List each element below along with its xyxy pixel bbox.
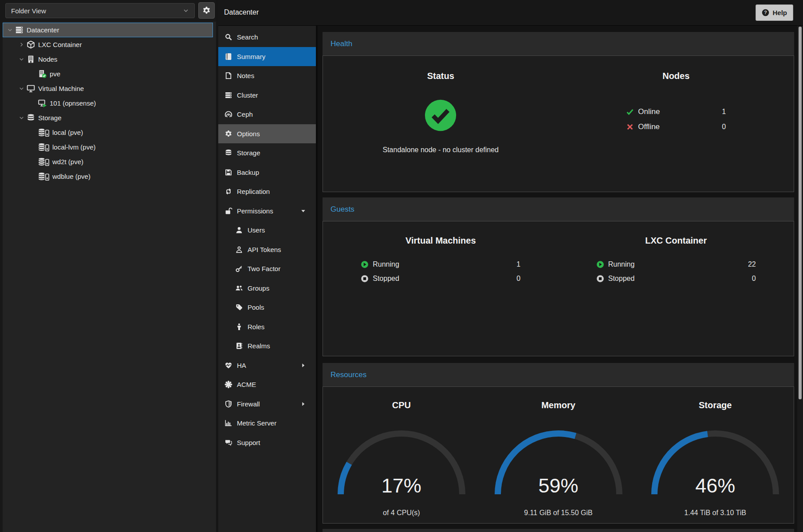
lxc-container-heading: LXC Container bbox=[645, 236, 707, 246]
nodes-heading: Nodes bbox=[662, 71, 689, 81]
users-icon bbox=[235, 284, 243, 292]
menu-item-two-factor[interactable]: Two Factor bbox=[218, 259, 316, 279]
lxc-running-value: 22 bbox=[748, 260, 756, 268]
tree-item-local-lvm-pve[interactable]: local-lvm (pve) bbox=[3, 140, 213, 154]
menu-item-pools[interactable]: Pools bbox=[218, 298, 316, 317]
menu-item-notes[interactable]: Notes bbox=[218, 66, 316, 86]
help-button-label: Help bbox=[772, 9, 787, 16]
nodes-offline-label: Offline bbox=[638, 122, 660, 131]
play-circle-icon bbox=[361, 260, 369, 268]
tree-item-virtual-machine[interactable]: Virtual Machine bbox=[3, 81, 213, 96]
menu-item-label: Backup bbox=[237, 169, 259, 176]
book-icon bbox=[224, 53, 232, 60]
vm-stopped-label: Stopped bbox=[373, 275, 399, 283]
virtual-machines-rows: Running 1 Stopped 0 bbox=[361, 257, 520, 286]
caret-spacer bbox=[29, 159, 36, 165]
resources-panel-header: Resources bbox=[323, 363, 794, 386]
cpu-gauge-caption: of 4 CPU(s) bbox=[383, 509, 420, 517]
database-icon bbox=[27, 114, 35, 122]
menu-item-users[interactable]: Users bbox=[218, 221, 316, 240]
menu-item-realms[interactable]: Realms bbox=[218, 336, 316, 356]
menu-item-api-tokens[interactable]: API Tokens bbox=[218, 240, 316, 260]
tree-item-local-pve[interactable]: local (pve) bbox=[3, 125, 213, 140]
menu-item-replication[interactable]: Replication bbox=[218, 182, 316, 201]
menu-item-search[interactable]: Search bbox=[218, 28, 316, 47]
vm-stopped-row: Stopped 0 bbox=[361, 272, 520, 286]
chevron-right-icon[interactable] bbox=[18, 42, 25, 47]
menu-item-firewall[interactable]: Firewall bbox=[218, 394, 316, 414]
guests-panel: Guests Virtual Machines Running 1 Stoppe… bbox=[323, 197, 794, 356]
health-panel-header: Health bbox=[323, 32, 794, 55]
help-button[interactable]: ? Help bbox=[756, 4, 793, 21]
guests-panel-header: Guests bbox=[323, 197, 794, 221]
cross-icon bbox=[626, 123, 634, 131]
proxmox-datacenter-summary: { "sidebar": { "view_select": { "value":… bbox=[0, 0, 803, 532]
memory-gauge-percent: 59% bbox=[492, 474, 625, 497]
storage-heading: Storage bbox=[699, 400, 732, 410]
menu-item-groups[interactable]: Groups bbox=[218, 279, 316, 298]
tree-item-nodes[interactable]: Nodes bbox=[3, 52, 213, 67]
comments-icon bbox=[224, 439, 232, 446]
tree-item-label: wd2t (pve) bbox=[52, 158, 83, 166]
virtual-machines-heading: Virtual Machines bbox=[405, 236, 476, 246]
chevron-down-icon[interactable] bbox=[6, 27, 13, 33]
next-panel-partial bbox=[323, 529, 794, 532]
menu-item-cluster[interactable]: Cluster bbox=[218, 86, 316, 105]
tree-item-wd2t-pve[interactable]: wd2t (pve) bbox=[3, 154, 213, 169]
seal-icon bbox=[224, 381, 232, 388]
check-icon bbox=[626, 108, 634, 116]
tag-icon bbox=[235, 303, 243, 311]
chevron-down-icon[interactable] bbox=[18, 56, 25, 62]
menu-item-permissions[interactable]: Permissions bbox=[218, 201, 316, 221]
menu-item-options[interactable]: Options bbox=[218, 124, 316, 144]
nodes-offline-row: Offline 0 bbox=[626, 119, 726, 134]
menu-item-label: Notes bbox=[237, 72, 254, 79]
tree-item-storage[interactable]: Storage bbox=[3, 110, 213, 125]
content-scrollbar-thumb[interactable] bbox=[799, 27, 802, 399]
menu-item-label: API Tokens bbox=[248, 246, 281, 253]
tree-item-101-opnsense[interactable]: 101 (opnsense) bbox=[3, 96, 213, 110]
gear-icon bbox=[202, 6, 211, 15]
tree-item-label: local-lvm (pve) bbox=[52, 143, 96, 151]
chevron-down-icon bbox=[183, 8, 189, 14]
tree-item-label: local (pve) bbox=[52, 129, 83, 136]
menu-item-label: Cluster bbox=[237, 91, 258, 99]
building-online-icon bbox=[38, 70, 47, 78]
desktop-running-icon bbox=[38, 99, 47, 107]
content-scrollbar-track bbox=[797, 26, 803, 532]
menu-item-label: Permissions bbox=[237, 207, 273, 215]
menu-item-ha[interactable]: HA bbox=[218, 356, 316, 375]
tree-item-label: pve bbox=[50, 70, 60, 78]
tree-settings-button[interactable] bbox=[198, 2, 215, 19]
caret-spacer bbox=[29, 173, 36, 179]
caret-spacer bbox=[29, 130, 36, 135]
view-mode-select[interactable]: Folder View bbox=[5, 3, 195, 18]
chevron-down-icon[interactable] bbox=[18, 115, 25, 121]
menu-item-ceph[interactable]: Ceph bbox=[218, 105, 316, 124]
menu-item-storage[interactable]: Storage bbox=[218, 143, 316, 163]
topbar: Datacenter ? Help bbox=[218, 0, 803, 26]
menu-item-metric-server[interactable]: Metric Server bbox=[218, 414, 316, 433]
menu-item-acme[interactable]: ACME bbox=[218, 375, 316, 394]
chevron-down-icon[interactable] bbox=[18, 86, 25, 91]
tree-item-lxc-container[interactable]: LXC Container bbox=[3, 37, 213, 52]
cpu-heading: CPU bbox=[392, 400, 411, 410]
menu-item-summary[interactable]: Summary bbox=[218, 47, 316, 67]
cluster-status-column: Status Standalone node - no cluster defi… bbox=[323, 71, 559, 192]
tree-item-pve[interactable]: pve bbox=[3, 67, 213, 81]
database-icon bbox=[224, 149, 232, 157]
resources-panel-title: Resources bbox=[331, 370, 366, 379]
nodes-online-label: Online bbox=[638, 107, 660, 116]
menu-item-roles[interactable]: Roles bbox=[218, 317, 316, 337]
resources-panel-body: CPU 17% of 4 CPU(s) Memory bbox=[323, 386, 794, 524]
tree-item-label: Nodes bbox=[38, 55, 57, 63]
menu-item-label: Summary bbox=[237, 53, 265, 60]
menu-item-label: Firewall bbox=[237, 400, 260, 408]
storage-gauge-percent: 46% bbox=[649, 474, 782, 497]
menu-item-support[interactable]: Support bbox=[218, 433, 316, 453]
menu-item-label: Storage bbox=[237, 149, 260, 157]
tree-item-wdblue-pve[interactable]: wdblue (pve) bbox=[3, 169, 213, 184]
menu-item-backup[interactable]: Backup bbox=[218, 163, 316, 182]
memory-gauge-caption: 9.11 GiB of 15.50 GiB bbox=[524, 509, 592, 517]
tree-item-datacenter[interactable]: Datacenter bbox=[3, 23, 213, 37]
